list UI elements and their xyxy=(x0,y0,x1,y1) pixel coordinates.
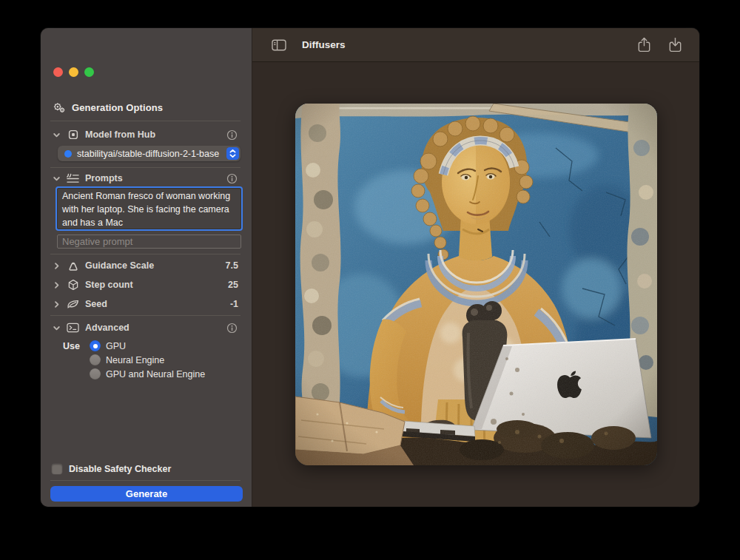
step-count-label: Step count xyxy=(85,280,133,290)
generation-options-header: Generation Options xyxy=(53,101,163,113)
desktop: Generation Options Model from Hub xyxy=(0,0,740,560)
seed-label: Seed xyxy=(85,299,107,309)
info-icon[interactable] xyxy=(226,129,238,141)
disable-safety-checker-row[interactable]: Disable Safety Checker xyxy=(52,464,171,474)
gears-icon xyxy=(53,101,65,113)
leaf-icon xyxy=(67,298,79,310)
terminal-icon xyxy=(67,322,79,334)
divider xyxy=(50,315,240,316)
radio-gpu-and-neural-engine-label: GPU and Neural Engine xyxy=(106,369,205,379)
dropdown-stepper-icon[interactable] xyxy=(226,147,239,160)
weight-icon xyxy=(67,260,79,271)
sidebar-toggle-icon[interactable] xyxy=(269,36,289,55)
divider xyxy=(50,254,240,254)
model-section-label: Model from Hub xyxy=(85,129,155,140)
divider xyxy=(50,480,240,481)
main-content: Diffusers xyxy=(252,28,699,507)
chip-icon xyxy=(67,129,79,141)
chevron-right-icon[interactable] xyxy=(53,300,61,308)
cube-icon xyxy=(67,279,79,291)
titlebar: Diffusers xyxy=(252,28,699,62)
model-dropdown[interactable]: stabilityai/stable-diffusion-2-1-base xyxy=(58,146,240,161)
radio-gpu-and-neural-engine[interactable] xyxy=(90,368,101,379)
radio-neural-engine[interactable] xyxy=(90,354,101,365)
guidance-scale-label: Guidance Scale xyxy=(85,260,154,271)
radio-gpu[interactable] xyxy=(90,340,101,351)
radio-row-neural-engine[interactable]: Neural Engine xyxy=(63,353,205,367)
radio-gpu-label: GPU xyxy=(106,341,126,351)
minimize-window-button[interactable] xyxy=(69,67,78,77)
divider xyxy=(50,167,240,168)
advanced-row[interactable]: Advanced xyxy=(53,320,238,335)
info-icon[interactable] xyxy=(226,172,238,184)
chevron-down-icon[interactable] xyxy=(53,131,61,139)
sidebar-title: Generation Options xyxy=(72,102,163,113)
prompts-section-label: Prompts xyxy=(85,173,123,183)
safety-checkbox-label: Disable Safety Checker xyxy=(69,464,171,474)
save-icon[interactable] xyxy=(665,36,685,55)
zoom-window-button[interactable] xyxy=(84,67,94,77)
sidebar: Generation Options Model from Hub xyxy=(41,28,252,507)
seed-row[interactable]: Seed -1 xyxy=(53,297,238,311)
radio-neural-engine-label: Neural Engine xyxy=(106,355,164,365)
model-dropdown-value: stabilityai/stable-diffusion-2-1-base xyxy=(77,149,226,159)
diffusers-window: Generation Options Model from Hub xyxy=(41,28,699,507)
model-status-dot xyxy=(64,150,72,158)
window-title: Diffusers xyxy=(302,39,346,50)
compute-unit-group: Use GPU Neural Engine GPU and Neural Eng… xyxy=(63,339,205,381)
traffic-lights xyxy=(53,67,94,77)
step-count-row[interactable]: Step count 25 xyxy=(53,277,238,292)
chevron-right-icon[interactable] xyxy=(53,262,61,270)
radio-row-gpu[interactable]: Use GPU xyxy=(63,339,205,353)
prompts-row[interactable]: Prompts xyxy=(53,171,238,186)
chevron-down-icon[interactable] xyxy=(53,324,61,332)
prompt-input[interactable]: Ancient Roman fresco of woman working wi… xyxy=(57,188,241,229)
share-icon[interactable] xyxy=(633,36,654,55)
chevron-right-icon[interactable] xyxy=(53,281,61,289)
advanced-section-label: Advanced xyxy=(85,323,130,333)
guidance-scale-value: 7.5 xyxy=(226,260,238,271)
safety-checkbox[interactable] xyxy=(52,464,62,474)
generate-button[interactable]: Generate xyxy=(50,486,243,502)
use-label: Use xyxy=(63,341,90,351)
text-quote-icon xyxy=(67,172,79,184)
chevron-down-icon[interactable] xyxy=(53,175,61,183)
image-canvas xyxy=(252,62,699,507)
seed-value: -1 xyxy=(230,299,238,309)
generated-image[interactable] xyxy=(295,104,657,465)
model-from-hub-row[interactable]: Model from Hub xyxy=(53,127,238,142)
guidance-scale-row[interactable]: Guidance Scale 7.5 xyxy=(53,258,238,273)
close-window-button[interactable] xyxy=(53,67,63,77)
step-count-value: 25 xyxy=(228,280,238,290)
radio-row-gpu-and-neural-engine[interactable]: GPU and Neural Engine xyxy=(63,367,205,381)
divider xyxy=(50,121,240,121)
info-icon[interactable] xyxy=(226,322,238,334)
negative-prompt-input[interactable] xyxy=(57,235,241,249)
